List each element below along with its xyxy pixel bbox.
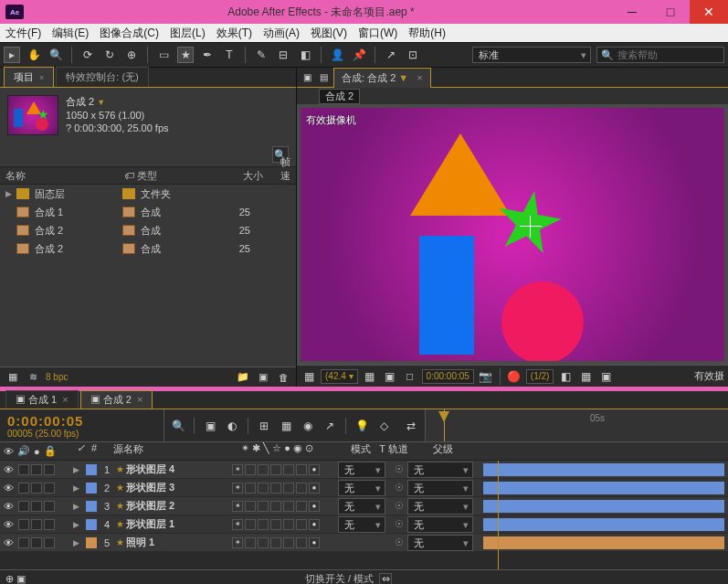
region-button[interactable]: ◧ <box>557 368 574 385</box>
timecode[interactable]: 0:00:00:05 <box>7 413 156 429</box>
roto-tool[interactable]: 👤 <box>329 47 345 63</box>
composition-canvas[interactable]: 有效摄像机 ★ <box>301 108 724 361</box>
layer-color[interactable] <box>86 483 97 494</box>
interpret-button[interactable]: ▦ <box>5 370 20 385</box>
menu-item[interactable]: 窗口(W) <box>358 26 397 41</box>
menu-item[interactable]: 视图(V) <box>311 26 347 41</box>
close-button[interactable]: ✕ <box>690 0 728 24</box>
view3d-button[interactable]: ▣ <box>597 368 614 385</box>
layer-bar[interactable] <box>483 500 724 513</box>
parent-dropdown[interactable]: 无 <box>407 498 473 515</box>
expand-layer[interactable]: ▶ <box>69 520 82 529</box>
layer-icon[interactable]: ▣ <box>301 71 313 84</box>
grid-button[interactable]: ▦ <box>362 368 378 385</box>
shy-button[interactable]: ◐ <box>224 418 240 434</box>
text-tool[interactable]: T <box>221 47 237 63</box>
flow-button[interactable]: ≋ <box>26 370 40 385</box>
time-ruler[interactable]: 05s <box>426 409 728 441</box>
help-search[interactable]: 🔍 <box>596 47 724 63</box>
expand-layer[interactable]: ▶ <box>69 538 82 547</box>
menu-item[interactable]: 图像合成(C) <box>100 26 159 41</box>
snapshot-button[interactable]: 📷 <box>478 368 494 385</box>
camera-menu[interactable]: 有效摄 <box>694 369 724 383</box>
graph-button[interactable]: ↗ <box>322 418 338 434</box>
selection-tool[interactable]: ▸ <box>4 47 20 63</box>
layer-color[interactable] <box>86 501 97 512</box>
visibility-toggle[interactable]: 👁 <box>0 501 16 512</box>
axis-tool[interactable]: ↗ <box>383 47 399 63</box>
layer-bar[interactable] <box>483 518 724 531</box>
zoom-dropdown[interactable]: (42.4 ▾ <box>321 369 358 384</box>
layer-color[interactable] <box>86 519 97 530</box>
switches-label[interactable]: 切换开关 / 模式 <box>305 572 374 584</box>
visibility-toggle[interactable]: 👁 <box>0 464 16 475</box>
blend-mode-dropdown[interactable]: 无 <box>338 480 385 496</box>
layer-name[interactable]: 形状图层 2 <box>126 499 228 513</box>
timeline-tab[interactable]: ▣ 合成 2× <box>80 390 153 409</box>
channel-button[interactable]: 🔴 <box>506 368 522 385</box>
layer-name[interactable]: 形状图层 4 <box>126 462 228 476</box>
blend-mode-dropdown[interactable]: 无 <box>338 516 385 533</box>
close-icon[interactable]: × <box>39 73 44 82</box>
mask-button[interactable]: □ <box>402 368 418 385</box>
help-search-input[interactable] <box>617 49 720 60</box>
stamp-tool[interactable]: ⊟ <box>275 47 291 63</box>
always-preview-icon[interactable]: ▦ <box>301 368 317 385</box>
autoKeyframe-button[interactable]: ◇ <box>375 418 392 434</box>
blend-mode-dropdown[interactable]: 无 <box>338 498 385 515</box>
viewer-time[interactable]: 0:00:00:05 <box>422 369 474 384</box>
expand-columns-button[interactable]: ⇄ <box>403 418 419 434</box>
timeline-tab[interactable]: ▣ 合成 1× <box>5 390 79 409</box>
layer-bar[interactable] <box>483 536 724 549</box>
menu-item[interactable]: 动画(A) <box>263 26 300 41</box>
parent-dropdown[interactable]: 无 <box>407 535 473 551</box>
visibility-toggle[interactable]: 👁 <box>0 519 16 530</box>
layer-bar[interactable] <box>483 463 724 476</box>
panel-tab[interactable]: 特效控制台: (无) <box>56 67 148 87</box>
circle-shape[interactable] <box>501 281 584 361</box>
frameblend-button[interactable]: ▦ <box>278 418 294 434</box>
search-layers-button[interactable]: 🔍 <box>170 418 186 434</box>
menu-item[interactable]: 图层(L) <box>170 26 206 41</box>
panel-tab[interactable]: 项目× <box>4 67 54 87</box>
twirl-button[interactable]: ⊕ <box>5 573 14 584</box>
layer-track[interactable] <box>480 479 728 497</box>
viewer-subtitle[interactable]: 合成 2 <box>319 89 360 104</box>
menu-item[interactable]: 文件(F) <box>5 26 41 41</box>
parent-dropdown[interactable]: 无 <box>407 480 473 496</box>
layer-track[interactable] <box>480 534 728 552</box>
layer-name[interactable]: 形状图层 1 <box>126 517 228 531</box>
hand-tool[interactable]: ✋ <box>26 47 42 63</box>
maximize-button[interactable]: □ <box>651 0 690 24</box>
comp-button[interactable]: ▣ <box>202 418 218 434</box>
project-item[interactable]: 合成 2合成25 <box>0 221 296 239</box>
puppet-tool[interactable]: 📌 <box>351 47 367 63</box>
expand-layer[interactable]: ▶ <box>69 483 82 493</box>
bpc-label[interactable]: 8 bpc <box>46 372 68 382</box>
workspace-dropdown[interactable]: 标准 <box>472 47 591 63</box>
layer-track[interactable] <box>480 497 728 515</box>
eraser-tool[interactable]: ◧ <box>297 47 313 63</box>
layer-bar[interactable] <box>483 482 724 494</box>
visibility-toggle[interactable]: 👁 <box>0 483 16 494</box>
comp-icon[interactable]: ▤ <box>317 71 330 84</box>
blend-mode-dropdown[interactable]: 无 <box>338 462 385 478</box>
motionblur-button[interactable]: ◉ <box>300 418 316 434</box>
layer-color[interactable] <box>86 464 97 475</box>
shape-tool[interactable]: ▭ <box>155 47 172 63</box>
render-button[interactable]: ▣ <box>16 573 26 584</box>
layer-track[interactable] <box>480 515 728 534</box>
rotate-tool[interactable]: ↻ <box>101 47 118 63</box>
zoom-tool[interactable]: 🔍 <box>47 47 64 63</box>
menu-item[interactable]: 帮助(H) <box>408 26 446 41</box>
guides-button[interactable]: ▣ <box>382 368 398 385</box>
brush-tool[interactable]: ✎ <box>253 47 269 63</box>
new-folder-button[interactable]: 📁 <box>236 370 250 385</box>
layer-color[interactable] <box>86 537 97 548</box>
orbit-tool[interactable]: ⟳ <box>79 47 96 63</box>
layer-name[interactable]: 形状图层 3 <box>126 481 228 494</box>
visibility-toggle[interactable]: 👁 <box>0 537 16 548</box>
resolution-dropdown[interactable]: (1/2) <box>526 369 554 384</box>
comp-thumbnail[interactable]: ★ <box>7 95 58 135</box>
menu-item[interactable]: 编辑(E) <box>52 26 89 41</box>
